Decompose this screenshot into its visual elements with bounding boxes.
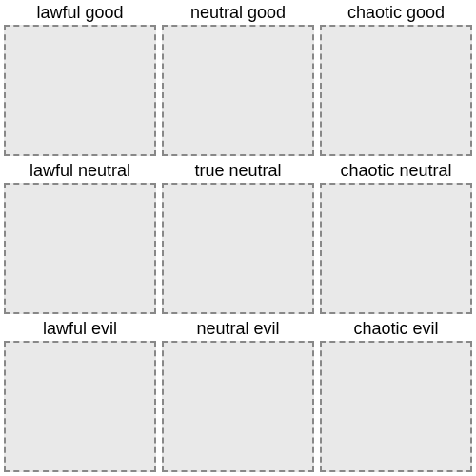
dropzone-lawful-evil[interactable] [4, 341, 156, 472]
dropzone-lawful-good[interactable] [4, 25, 156, 156]
cell-label: lawful evil [43, 320, 117, 341]
dropzone-lawful-neutral[interactable] [4, 183, 156, 314]
dropzone-true-neutral[interactable] [162, 183, 314, 314]
cell-lawful-neutral: lawful neutral [4, 162, 156, 314]
dropzone-neutral-evil[interactable] [162, 341, 314, 472]
cell-lawful-evil: lawful evil [4, 320, 156, 472]
cell-label: chaotic neutral [340, 162, 451, 183]
cell-chaotic-evil: chaotic evil [320, 320, 472, 472]
cell-chaotic-good: chaotic good [320, 4, 472, 156]
cell-label: lawful neutral [30, 162, 130, 183]
cell-lawful-good: lawful good [4, 4, 156, 156]
dropzone-chaotic-evil[interactable] [320, 341, 472, 472]
cell-neutral-evil: neutral evil [162, 320, 314, 472]
cell-label: neutral good [190, 4, 286, 25]
cell-label: chaotic good [347, 4, 445, 25]
dropzone-chaotic-good[interactable] [320, 25, 472, 156]
cell-label: true neutral [194, 162, 281, 183]
cell-neutral-good: neutral good [162, 4, 314, 156]
cell-true-neutral: true neutral [162, 162, 314, 314]
cell-chaotic-neutral: chaotic neutral [320, 162, 472, 314]
cell-label: chaotic evil [353, 320, 438, 341]
dropzone-chaotic-neutral[interactable] [320, 183, 472, 314]
cell-label: neutral evil [196, 320, 279, 341]
alignment-grid: lawful good neutral good chaotic good la… [4, 4, 472, 472]
dropzone-neutral-good[interactable] [162, 25, 314, 156]
cell-label: lawful good [36, 4, 123, 25]
